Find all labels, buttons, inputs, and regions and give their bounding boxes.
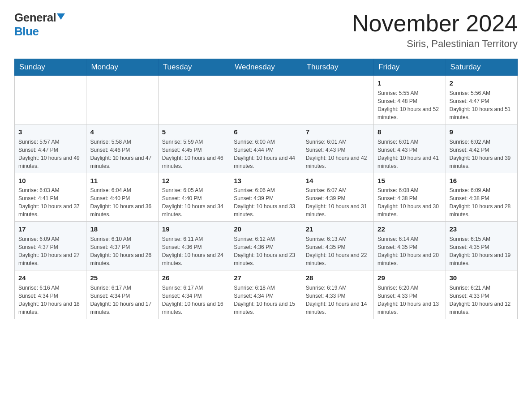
calendar-day-cell: 10Sunrise: 6:03 AMSunset: 4:41 PMDayligh…: [15, 173, 86, 222]
page-header: General Blue November 2024 Siris, Palest…: [14, 11, 518, 50]
day-number: 8: [378, 127, 442, 137]
calendar-day-cell: 23Sunrise: 6:15 AMSunset: 4:35 PMDayligh…: [446, 222, 517, 270]
day-info: Sunrise: 6:17 AMSunset: 4:34 PMDaylight:…: [162, 284, 226, 316]
calendar-day-cell: [86, 76, 158, 124]
calendar-day-cell: 9Sunrise: 6:02 AMSunset: 4:42 PMDaylight…: [446, 124, 517, 173]
calendar-day-cell: 5Sunrise: 5:59 AMSunset: 4:45 PMDaylight…: [158, 124, 230, 173]
day-number: 5: [162, 127, 226, 137]
day-info: Sunrise: 6:03 AMSunset: 4:41 PMDaylight:…: [18, 186, 82, 218]
month-title: November 2024: [352, 11, 518, 36]
calendar-day-cell: 3Sunrise: 5:57 AMSunset: 4:47 PMDaylight…: [15, 124, 86, 173]
logo-triangle-icon: [57, 13, 65, 20]
weekday-header-sunday: Sunday: [15, 59, 86, 76]
day-info: Sunrise: 6:06 AMSunset: 4:39 PMDaylight:…: [234, 186, 298, 218]
day-info: Sunrise: 5:55 AMSunset: 4:48 PMDaylight:…: [378, 89, 442, 121]
calendar-day-cell: 17Sunrise: 6:09 AMSunset: 4:37 PMDayligh…: [15, 222, 86, 270]
calendar-day-cell: 24Sunrise: 6:16 AMSunset: 4:34 PMDayligh…: [15, 270, 86, 319]
calendar-week-row: 10Sunrise: 6:03 AMSunset: 4:41 PMDayligh…: [15, 173, 518, 222]
calendar-day-cell: 1Sunrise: 5:55 AMSunset: 4:48 PMDaylight…: [374, 76, 446, 124]
day-info: Sunrise: 5:57 AMSunset: 4:47 PMDaylight:…: [18, 138, 82, 170]
calendar-day-cell: 28Sunrise: 6:19 AMSunset: 4:33 PMDayligh…: [302, 270, 373, 319]
day-number: 20: [234, 224, 298, 234]
day-number: 3: [18, 127, 82, 137]
day-info: Sunrise: 6:08 AMSunset: 4:38 PMDaylight:…: [378, 186, 442, 218]
day-info: Sunrise: 6:18 AMSunset: 4:34 PMDaylight:…: [234, 284, 298, 316]
day-info: Sunrise: 6:09 AMSunset: 4:37 PMDaylight:…: [18, 235, 82, 267]
day-number: 27: [234, 273, 298, 283]
day-number: 23: [450, 224, 514, 234]
day-info: Sunrise: 6:17 AMSunset: 4:34 PMDaylight:…: [90, 284, 154, 316]
calendar-day-cell: 18Sunrise: 6:10 AMSunset: 4:37 PMDayligh…: [86, 222, 158, 270]
day-number: 18: [90, 224, 154, 234]
day-number: 26: [162, 273, 226, 283]
calendar-day-cell: 30Sunrise: 6:21 AMSunset: 4:33 PMDayligh…: [446, 270, 517, 319]
day-info: Sunrise: 6:12 AMSunset: 4:36 PMDaylight:…: [234, 235, 298, 267]
calendar-day-cell: [302, 76, 373, 124]
day-number: 17: [18, 224, 82, 234]
day-info: Sunrise: 6:14 AMSunset: 4:35 PMDaylight:…: [378, 235, 442, 267]
day-number: 25: [90, 273, 154, 283]
day-info: Sunrise: 6:16 AMSunset: 4:34 PMDaylight:…: [18, 284, 82, 316]
weekday-header-saturday: Saturday: [446, 59, 517, 76]
day-number: 14: [306, 176, 370, 186]
day-info: Sunrise: 6:11 AMSunset: 4:36 PMDaylight:…: [162, 235, 226, 267]
weekday-header-wednesday: Wednesday: [230, 59, 302, 76]
weekday-header-tuesday: Tuesday: [158, 59, 230, 76]
day-info: Sunrise: 6:13 AMSunset: 4:35 PMDaylight:…: [306, 235, 370, 267]
day-number: 2: [450, 78, 514, 88]
day-number: 11: [90, 176, 154, 186]
calendar-day-cell: 4Sunrise: 5:58 AMSunset: 4:46 PMDaylight…: [86, 124, 158, 173]
calendar-day-cell: 26Sunrise: 6:17 AMSunset: 4:34 PMDayligh…: [158, 270, 230, 319]
day-number: 24: [18, 273, 82, 283]
calendar-day-cell: 16Sunrise: 6:09 AMSunset: 4:38 PMDayligh…: [446, 173, 517, 222]
calendar-day-cell: 13Sunrise: 6:06 AMSunset: 4:39 PMDayligh…: [230, 173, 302, 222]
day-number: 1: [378, 78, 442, 88]
calendar-week-row: 3Sunrise: 5:57 AMSunset: 4:47 PMDaylight…: [15, 124, 518, 173]
location-title: Siris, Palestinian Territory: [352, 38, 518, 50]
calendar-header-row: SundayMondayTuesdayWednesdayThursdayFrid…: [15, 59, 518, 76]
day-info: Sunrise: 5:58 AMSunset: 4:46 PMDaylight:…: [90, 138, 154, 170]
day-info: Sunrise: 6:10 AMSunset: 4:37 PMDaylight:…: [90, 235, 154, 267]
day-number: 10: [18, 176, 82, 186]
day-info: Sunrise: 6:07 AMSunset: 4:39 PMDaylight:…: [306, 186, 370, 218]
calendar-week-row: 24Sunrise: 6:16 AMSunset: 4:34 PMDayligh…: [15, 270, 518, 319]
day-info: Sunrise: 6:02 AMSunset: 4:42 PMDaylight:…: [450, 138, 514, 170]
calendar-day-cell: 25Sunrise: 6:17 AMSunset: 4:34 PMDayligh…: [86, 270, 158, 319]
calendar-day-cell: 22Sunrise: 6:14 AMSunset: 4:35 PMDayligh…: [374, 222, 446, 270]
day-number: 28: [306, 273, 370, 283]
calendar-day-cell: 19Sunrise: 6:11 AMSunset: 4:36 PMDayligh…: [158, 222, 230, 270]
calendar-week-row: 17Sunrise: 6:09 AMSunset: 4:37 PMDayligh…: [15, 222, 518, 270]
day-number: 12: [162, 176, 226, 186]
day-number: 22: [378, 224, 442, 234]
calendar-day-cell: 27Sunrise: 6:18 AMSunset: 4:34 PMDayligh…: [230, 270, 302, 319]
day-number: 19: [162, 224, 226, 234]
day-info: Sunrise: 6:05 AMSunset: 4:40 PMDaylight:…: [162, 186, 226, 218]
calendar-day-cell: 15Sunrise: 6:08 AMSunset: 4:38 PMDayligh…: [374, 173, 446, 222]
calendar-table: SundayMondayTuesdayWednesdayThursdayFrid…: [14, 59, 518, 319]
calendar-day-cell: 8Sunrise: 6:01 AMSunset: 4:43 PMDaylight…: [374, 124, 446, 173]
weekday-header-friday: Friday: [374, 59, 446, 76]
day-number: 13: [234, 176, 298, 186]
day-info: Sunrise: 6:01 AMSunset: 4:43 PMDaylight:…: [378, 138, 442, 170]
day-info: Sunrise: 6:15 AMSunset: 4:35 PMDaylight:…: [450, 235, 514, 267]
calendar-day-cell: [230, 76, 302, 124]
calendar-week-row: 1Sunrise: 5:55 AMSunset: 4:48 PMDaylight…: [15, 76, 518, 124]
weekday-header-monday: Monday: [86, 59, 158, 76]
logo-blue-text: Blue: [14, 25, 39, 38]
calendar-day-cell: [158, 76, 230, 124]
day-number: 16: [450, 176, 514, 186]
day-info: Sunrise: 6:00 AMSunset: 4:44 PMDaylight:…: [234, 138, 298, 170]
calendar-day-cell: 20Sunrise: 6:12 AMSunset: 4:36 PMDayligh…: [230, 222, 302, 270]
weekday-header-thursday: Thursday: [302, 59, 373, 76]
logo: General Blue: [14, 11, 65, 39]
day-number: 21: [306, 224, 370, 234]
calendar-day-cell: 2Sunrise: 5:56 AMSunset: 4:47 PMDaylight…: [446, 76, 517, 124]
day-info: Sunrise: 6:20 AMSunset: 4:33 PMDaylight:…: [378, 284, 442, 316]
day-number: 7: [306, 127, 370, 137]
logo-general-text: General: [14, 11, 56, 25]
calendar-day-cell: 14Sunrise: 6:07 AMSunset: 4:39 PMDayligh…: [302, 173, 373, 222]
day-number: 9: [450, 127, 514, 137]
calendar-day-cell: 29Sunrise: 6:20 AMSunset: 4:33 PMDayligh…: [374, 270, 446, 319]
day-info: Sunrise: 6:21 AMSunset: 4:33 PMDaylight:…: [450, 284, 514, 316]
calendar-day-cell: 21Sunrise: 6:13 AMSunset: 4:35 PMDayligh…: [302, 222, 373, 270]
